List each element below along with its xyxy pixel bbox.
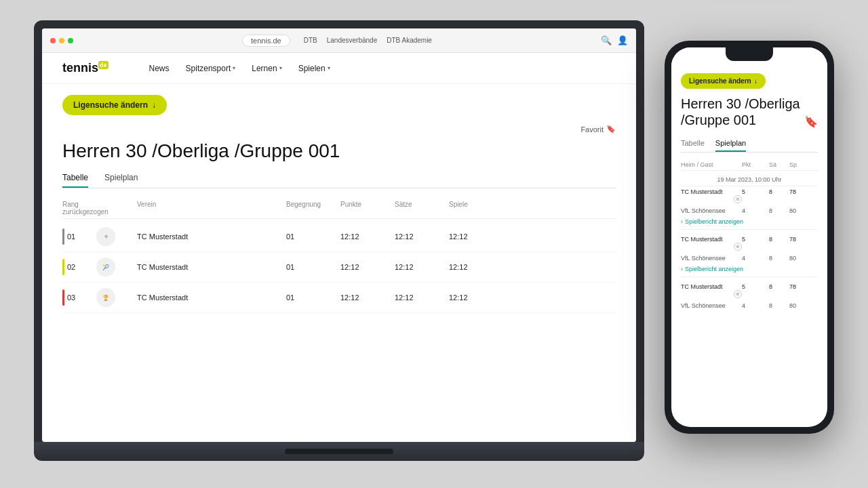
saetze: 12:12 bbox=[395, 232, 449, 241]
rank-cell: 02 bbox=[62, 259, 96, 275]
phone-liga-label: Ligensuche ändern bbox=[689, 77, 751, 85]
rank-bar bbox=[62, 259, 64, 275]
club-name: TC Musterstadt bbox=[137, 263, 286, 271]
nav-landesverbaende[interactable]: Landesverbände bbox=[327, 37, 378, 44]
logo: tennisde bbox=[62, 61, 108, 75]
phone-location-icon[interactable]: ⊕ bbox=[734, 195, 742, 203]
phone-spielbericht-link[interactable]: › Spielbericht anzeigen bbox=[681, 264, 818, 277]
dot-maximize[interactable] bbox=[68, 38, 73, 43]
chevron-right-icon: › bbox=[681, 266, 683, 272]
phone-away-sp: 80 bbox=[789, 207, 816, 214]
phone-screen: Ligensuche ändern ↓ Herren 30 /Oberliga … bbox=[671, 47, 827, 427]
phone-col-heim: Heim / Gast bbox=[681, 161, 742, 168]
begegnung: 01 bbox=[286, 232, 340, 241]
nav-links: News Spitzensport ▾ Lernen ▾ S bbox=[149, 64, 330, 73]
phone-away-sp: 80 bbox=[789, 255, 816, 262]
club-logo: 🏆 bbox=[96, 288, 115, 307]
nav-dtb[interactable]: DTB bbox=[304, 37, 317, 44]
nav-item-spitzensport[interactable]: Spitzensport ▾ bbox=[186, 64, 236, 73]
tabs-row: Tabelle Spielplan bbox=[62, 173, 616, 188]
phone-away-pkt: 4 bbox=[742, 302, 769, 309]
bookmark-icon[interactable]: 🔖 bbox=[606, 125, 616, 134]
phone-home-pkt: 5 bbox=[742, 188, 769, 195]
punkte: 12:12 bbox=[340, 293, 395, 302]
phone-col-sp: Sp bbox=[789, 161, 816, 168]
website: tennisde News Spitzensport ▾ Lernen bbox=[42, 53, 636, 442]
nav-label-news: News bbox=[149, 64, 170, 73]
phone-tab-tabelle[interactable]: Tabelle bbox=[681, 139, 705, 152]
phone-col-pkt: Pkt bbox=[742, 161, 769, 168]
user-icon[interactable]: 👤 bbox=[617, 35, 628, 45]
scene: tennis.de DTB Landesverbände DTB Akademi… bbox=[0, 0, 868, 488]
col-zurueck: zurückgezogen bbox=[62, 208, 96, 216]
phone-location-icon[interactable]: ⊕ bbox=[734, 290, 742, 298]
phone-spielbericht-link[interactable]: › Spielbericht anzeigen bbox=[681, 216, 818, 230]
browser-nav-links: DTB Landesverbände DTB Akademie bbox=[304, 37, 432, 44]
dot-close[interactable] bbox=[50, 38, 56, 43]
club-name: TC Musterstadt bbox=[137, 232, 286, 241]
rank-cell: 01 bbox=[62, 228, 96, 245]
browser-dots bbox=[50, 38, 73, 43]
punkte: 12:12 bbox=[340, 263, 395, 271]
phone-table-header: Heim / Gast Pkt Sä Sp bbox=[681, 159, 818, 171]
phone-match-row-away: VfL Schönensee 4 8 80 bbox=[681, 205, 818, 216]
phone-away-sae: 8 bbox=[769, 302, 789, 309]
phone-bookmark-icon[interactable]: 🔖 bbox=[804, 115, 818, 128]
url-bar[interactable]: tennis.de bbox=[242, 35, 290, 47]
phone-page-title: Herren 30 /Oberliga /Gruppe 001 bbox=[681, 96, 818, 128]
table-row: 01 ⚜ TC Musterstadt 01 12:12 12:12 12:12 bbox=[62, 222, 616, 252]
spielbericht-label: Spielbericht anzeigen bbox=[685, 266, 743, 272]
punkte: 12:12 bbox=[340, 232, 395, 241]
phone-away-pkt: 4 bbox=[742, 207, 769, 214]
laptop-body bbox=[34, 442, 644, 461]
arrow-down-icon: ↓ bbox=[152, 100, 156, 110]
rank-value: 01 bbox=[67, 232, 75, 241]
spiele: 12:12 bbox=[449, 293, 517, 302]
chevron-down-icon: ▾ bbox=[279, 65, 282, 71]
dot-minimize[interactable] bbox=[59, 38, 64, 43]
phone-arrow-icon: ↓ bbox=[754, 77, 757, 85]
page-title: Herren 30 /Oberliga /Gruppe 001 bbox=[62, 140, 616, 162]
rank-value: 02 bbox=[67, 263, 75, 271]
phone-home-team: TC Musterstadt bbox=[681, 236, 742, 243]
phone-tab-spielplan[interactable]: Spielplan bbox=[715, 139, 746, 152]
nav-label-spielen: Spielen bbox=[298, 64, 326, 73]
phone-liga-button[interactable]: Ligensuche ändern ↓ bbox=[681, 73, 766, 89]
col-saetze: Sätze bbox=[395, 201, 449, 208]
liga-button[interactable]: Ligensuche ändern ↓ bbox=[62, 95, 167, 115]
tab-spielplan-label: Spielplan bbox=[104, 173, 138, 182]
tab-tabelle-label: Tabelle bbox=[62, 173, 88, 182]
logo-sup: de bbox=[98, 61, 108, 69]
club-logo: 🎾 bbox=[96, 258, 115, 277]
table-row: 02 🎾 TC Musterstadt 01 12:12 12:12 12:12 bbox=[62, 252, 616, 283]
phone-match-group: TC Musterstadt 5 8 78 ⊕ VfL Schönensee 4… bbox=[681, 281, 818, 311]
phone-home-team: TC Musterstadt bbox=[681, 283, 742, 290]
phone-home-sp: 78 bbox=[789, 283, 816, 290]
tab-tabelle[interactable]: Tabelle bbox=[62, 173, 88, 188]
search-icon[interactable]: 🔍 bbox=[601, 35, 612, 45]
nav-item-news[interactable]: News bbox=[149, 64, 170, 73]
phone-tab-tabelle-label: Tabelle bbox=[681, 139, 705, 147]
phone-home-pkt: 5 bbox=[742, 236, 769, 243]
nav-item-spielen[interactable]: Spielen ▾ bbox=[298, 64, 330, 73]
chevron-down-icon: ▾ bbox=[328, 65, 330, 71]
favorit-row: Favorit 🔖 bbox=[62, 125, 616, 134]
nav-dtb-akademie[interactable]: DTB Akademie bbox=[387, 37, 432, 44]
col-punkte: Punkte bbox=[340, 201, 395, 208]
phone-tab-spielplan-label: Spielplan bbox=[715, 139, 746, 147]
begegnung: 01 bbox=[286, 293, 340, 302]
phone-match-row-away: VfL Schönensee 4 8 80 bbox=[681, 253, 818, 264]
col-verein: Verein bbox=[137, 201, 286, 208]
saetze: 12:12 bbox=[395, 263, 449, 271]
col-rang: Rang bbox=[62, 201, 96, 208]
phone-home-sae: 8 bbox=[769, 188, 789, 195]
phone-location-icon[interactable]: ⊕ bbox=[734, 243, 742, 251]
phone-away-team: VfL Schönensee bbox=[681, 255, 742, 262]
site-content: Ligensuche ändern ↓ Favorit 🔖 Herren 30 … bbox=[42, 84, 636, 324]
tab-spielplan[interactable]: Spielplan bbox=[104, 173, 138, 188]
phone-home-sp: 78 bbox=[789, 236, 816, 243]
liga-button-label: Ligensuche ändern bbox=[73, 100, 148, 110]
phone-home-pkt: 5 bbox=[742, 283, 769, 290]
phone-match-row-home: TC Musterstadt 5 8 78 ⊕ bbox=[681, 234, 818, 253]
nav-item-lernen[interactable]: Lernen ▾ bbox=[252, 64, 281, 73]
